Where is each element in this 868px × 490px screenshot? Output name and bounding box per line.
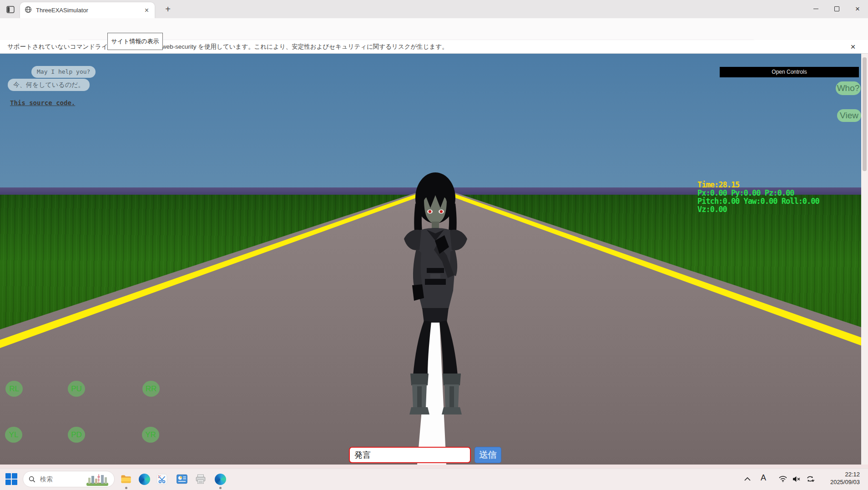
site-info-tooltip: サイト情報の表示	[107, 33, 163, 50]
file-explorer-icon[interactable]	[120, 473, 132, 485]
pad-button-pitch-up[interactable]: PU	[68, 381, 85, 397]
taskbar-search[interactable]	[23, 471, 115, 487]
screen: ThreeEXASimulator × + × ← セキュリティ保護なし zer…	[0, 0, 868, 490]
send-button[interactable]: 送信	[474, 447, 501, 463]
window-controls: ×	[805, 0, 868, 18]
running-indicator-explorer	[125, 487, 127, 489]
window-close-button[interactable]: ×	[847, 0, 868, 17]
who-button[interactable]: Who?	[836, 81, 861, 95]
new-tab-button[interactable]: +	[162, 4, 174, 15]
clock-time: 22:12	[814, 470, 860, 478]
telemetry-time: Time:28.15	[697, 181, 819, 189]
restore-icon	[834, 6, 839, 11]
printer-icon[interactable]	[195, 473, 207, 485]
window-minimize-button[interactable]	[805, 0, 826, 17]
chat-bubble-question[interactable]: 今、何をしているのだ。	[8, 79, 90, 91]
open-controls-button[interactable]: Open Controls	[720, 67, 859, 77]
search-input[interactable]	[39, 475, 86, 483]
clock[interactable]: 22:12 2025/09/03	[814, 470, 860, 486]
tab-close-icon[interactable]: ×	[143, 7, 150, 14]
notification-close-button[interactable]: ×	[847, 41, 859, 53]
volume-muted-icon[interactable]	[791, 473, 802, 485]
edge-second-icon[interactable]	[214, 473, 226, 485]
tab-title: ThreeEXASimulator	[36, 7, 143, 14]
pad-button-yaw-right[interactable]: YR	[142, 427, 159, 443]
pad-button-roll-left[interactable]: RL	[5, 381, 23, 397]
active-tab[interactable]: ThreeEXASimulator ×	[20, 2, 155, 18]
scrollbar-thumb[interactable]	[863, 57, 867, 171]
chat-bubble-help[interactable]: May I help you?	[31, 66, 96, 78]
window-restore-button[interactable]	[826, 0, 847, 17]
telemetry-position: Px:0.00 Py:0.00 Pz:0.00	[697, 189, 819, 197]
minimize-icon	[813, 9, 818, 9]
speech-input[interactable]	[349, 447, 471, 463]
page-bottom-margin	[0, 465, 868, 468]
commandline-warning-text: サポートされていないコマンドライン フラグ --disable-web-secu…	[7, 43, 448, 51]
search-icon	[29, 476, 35, 483]
source-code-link[interactable]: This source code.	[10, 99, 75, 106]
snipping-tool-icon[interactable]	[156, 473, 168, 485]
browser-tab-strip: ThreeEXASimulator × + ×	[0, 0, 868, 18]
pad-button-roll-right[interactable]: RR	[142, 381, 160, 397]
start-button[interactable]	[5, 473, 17, 485]
system-monitor-icon[interactable]	[176, 473, 188, 485]
wifi-icon[interactable]	[777, 473, 789, 485]
globe-icon	[25, 6, 32, 15]
telemetry-readout: Time:28.15 Px:0.00 Py:0.00 Pz:0.00 Pitch…	[697, 181, 819, 213]
view-button[interactable]: View	[837, 109, 861, 122]
tab-actions-icon[interactable]	[5, 4, 16, 15]
close-icon: ×	[855, 5, 860, 13]
running-indicator-edge	[219, 487, 222, 489]
pad-button-yaw-left[interactable]: YL	[5, 427, 22, 443]
tray-chevron-icon[interactable]	[742, 473, 753, 485]
search-highlight-image[interactable]	[86, 472, 108, 486]
edge-icon[interactable]	[138, 473, 150, 485]
clock-date: 2025/09/03	[814, 478, 860, 486]
ime-indicator[interactable]: A	[761, 473, 766, 483]
simulator-canvas[interactable]: May I help you? 今、何をしているのだ。 This source …	[0, 54, 868, 465]
telemetry-velocity: Vz:0.00	[697, 205, 819, 213]
pad-button-pitch-down[interactable]: PD	[68, 427, 85, 443]
telemetry-rotation: Pitch:0.00 Yaw:0.00 Roll:0.00	[697, 197, 819, 205]
avatar-character	[391, 172, 480, 417]
